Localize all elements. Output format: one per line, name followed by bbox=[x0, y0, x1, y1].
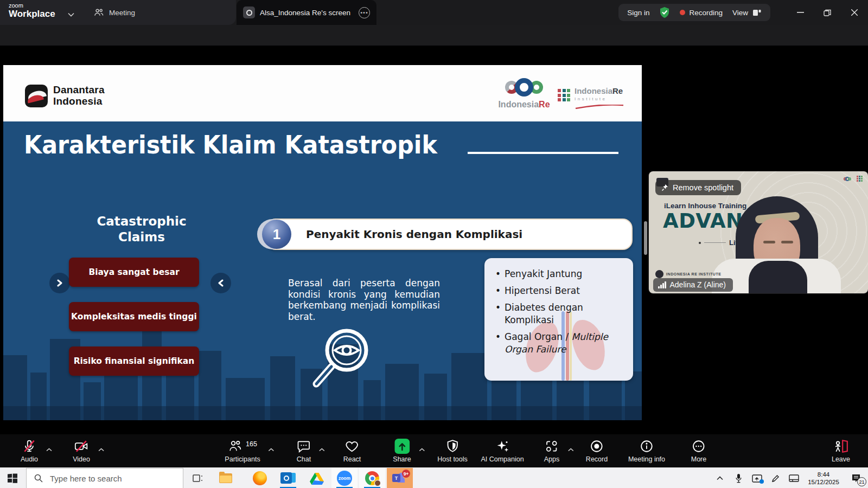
ai-companion-button[interactable]: AI Companion bbox=[481, 438, 524, 463]
point-banner: Penyakit Kronis dengan Komplikasi bbox=[266, 219, 633, 250]
client-background bbox=[0, 25, 868, 46]
taskbar-firefox[interactable] bbox=[247, 468, 273, 488]
notification-count-badge: 21 bbox=[857, 477, 866, 486]
mic-muted-icon bbox=[22, 438, 36, 454]
examples-card: Penyakit Jantung Hipertensi Berat Diabet… bbox=[484, 258, 633, 381]
arrow-left-circle-icon bbox=[210, 273, 231, 293]
video-options-chevron[interactable] bbox=[98, 444, 104, 454]
apps-options-chevron[interactable] bbox=[567, 444, 573, 454]
meeting-info-button[interactable]: Meeting info bbox=[628, 438, 665, 463]
participants-options-chevron[interactable] bbox=[269, 444, 275, 454]
slide-header: Danantara Indonesia IndonesiaRe Indonesi… bbox=[3, 65, 642, 121]
recording-indicator[interactable]: Recording bbox=[680, 9, 723, 17]
examples-list: Penyakit Jantung Hipertensi Berat Diabet… bbox=[495, 268, 626, 356]
tray-clock[interactable]: 8:44 15/12/2025 bbox=[803, 471, 844, 486]
video-button[interactable]: Video bbox=[73, 438, 90, 463]
indonesiare-mini-logo bbox=[844, 177, 851, 181]
taskbar-search[interactable] bbox=[26, 468, 183, 488]
chat-button[interactable]: Chat bbox=[297, 438, 311, 463]
taskbar-teams[interactable]: T 9+ bbox=[387, 468, 413, 488]
tray-screenshot-icon[interactable] bbox=[748, 468, 766, 488]
start-button[interactable] bbox=[0, 468, 25, 488]
record-button[interactable]: Record bbox=[586, 438, 608, 463]
share-screen-icon bbox=[394, 438, 410, 454]
react-button[interactable]: React bbox=[343, 438, 361, 463]
leave-button[interactable]: Leave bbox=[832, 438, 850, 463]
info-icon bbox=[640, 438, 654, 454]
institute-grid-icon bbox=[558, 89, 570, 101]
audio-button[interactable]: Audio bbox=[21, 438, 38, 463]
tray-date: 15/12/2025 bbox=[803, 478, 844, 486]
participant-name: Adelina Z (Aline) bbox=[670, 280, 726, 289]
chat-options-chevron[interactable] bbox=[319, 444, 325, 454]
share-button[interactable]: Share bbox=[393, 438, 411, 463]
taskbar-file-explorer[interactable] bbox=[213, 468, 239, 488]
camera-off-icon bbox=[74, 438, 89, 454]
org-logo-icon bbox=[655, 270, 663, 278]
apps-button[interactable]: Apps bbox=[544, 438, 560, 463]
maximize-button[interactable] bbox=[814, 0, 841, 25]
title-divider-line bbox=[468, 152, 618, 154]
taskbar-outlook[interactable] bbox=[275, 468, 301, 488]
meeting-toolbar: Audio Video 165 bbox=[0, 434, 868, 467]
claim-characteristic-box: Kompleksitas medis tinggi bbox=[69, 302, 199, 331]
tray-microphone-icon[interactable] bbox=[729, 468, 748, 488]
zoom-workplace-window: zoom Workplace Meeting Alsa_Indonesia Re… bbox=[0, 0, 868, 488]
notification-center-button[interactable]: 21 bbox=[844, 468, 868, 488]
point-number-badge: 1 bbox=[262, 220, 291, 249]
record-icon bbox=[590, 438, 604, 454]
scrollbar-thumb[interactable] bbox=[644, 221, 647, 255]
close-button[interactable] bbox=[841, 0, 868, 25]
minimize-button[interactable] bbox=[787, 0, 814, 25]
indonesiare-rings-icon bbox=[494, 76, 554, 99]
tab-options-icon[interactable]: ••• bbox=[359, 7, 370, 18]
tab-shared-screen[interactable]: Alsa_Indonesia Re's screen ••• bbox=[237, 0, 376, 25]
google-drive-icon bbox=[310, 472, 324, 485]
slide-body: Karakteristik Klaim Katastropik Catastro… bbox=[3, 121, 642, 420]
claim-characteristic-box: Risiko finansial signifikan bbox=[69, 346, 199, 376]
taskbar-google-drive[interactable] bbox=[304, 468, 330, 488]
titlebar: zoom Workplace Meeting Alsa_Indonesia Re… bbox=[0, 0, 868, 25]
sign-in-button[interactable]: Sign in bbox=[627, 9, 649, 17]
participant-name-badge: Adelina Z (Aline) bbox=[653, 278, 733, 292]
list-item: Penyakit Jantung bbox=[495, 268, 626, 280]
share-options-chevron[interactable] bbox=[419, 444, 425, 454]
taskbar-zoom[interactable]: zoom bbox=[331, 468, 358, 488]
claim-characteristic-box: Biaya sangat besar bbox=[69, 258, 199, 287]
audio-level-icon bbox=[658, 281, 666, 288]
zoom-logo-text: zoom bbox=[9, 3, 55, 9]
teams-notification-badge: 9+ bbox=[402, 470, 410, 478]
search-input[interactable] bbox=[49, 473, 168, 484]
shared-screen-tab-icon bbox=[243, 7, 255, 18]
workspace-chevron-down-icon[interactable] bbox=[68, 9, 74, 19]
meeting-tab-label: Meeting bbox=[109, 9, 135, 17]
more-ellipsis-icon bbox=[692, 438, 706, 454]
spotlight-video-tile[interactable]: iLearn Inhouse Training ADVANC Lif Remov… bbox=[649, 171, 868, 293]
tray-expand-chevron[interactable] bbox=[711, 468, 729, 488]
tray-touchpad-icon[interactable] bbox=[784, 468, 803, 488]
chrome-profile-avatar bbox=[374, 480, 381, 486]
more-button[interactable]: More bbox=[691, 438, 706, 463]
catastrophic-claims-heading: Catastrophic Claims bbox=[84, 214, 200, 245]
view-label: View bbox=[732, 9, 748, 17]
indonesiare-logo: IndonesiaRe bbox=[494, 76, 554, 110]
security-shield-icon[interactable] bbox=[659, 7, 670, 18]
host-tools-button[interactable]: Host tools bbox=[437, 438, 468, 463]
institute-mini-logo bbox=[857, 176, 863, 182]
recording-dot-icon bbox=[680, 10, 685, 15]
point-title: Penyakit Kronis dengan Komplikasi bbox=[306, 228, 522, 241]
teams-icon: T 9+ bbox=[392, 472, 407, 485]
firefox-icon bbox=[253, 471, 267, 485]
outlook-icon bbox=[280, 472, 296, 485]
shared-screen-tab-label: Alsa_Indonesia Re's screen bbox=[260, 9, 350, 17]
taskbar-chrome[interactable] bbox=[359, 468, 385, 488]
indonesiare-institute-logo: IndonesiaRe Institute bbox=[558, 87, 624, 111]
audio-options-chevron[interactable] bbox=[46, 444, 52, 454]
system-tray: 8:44 15/12/2025 21 bbox=[711, 468, 868, 488]
task-view-button[interactable] bbox=[187, 468, 209, 488]
tray-pen-icon[interactable] bbox=[766, 468, 784, 488]
arrow-right-circle-icon bbox=[49, 273, 70, 293]
view-button[interactable]: View bbox=[732, 8, 762, 17]
tab-meeting[interactable]: Meeting bbox=[93, 4, 135, 21]
participants-button[interactable]: 165 Participants bbox=[225, 438, 260, 463]
